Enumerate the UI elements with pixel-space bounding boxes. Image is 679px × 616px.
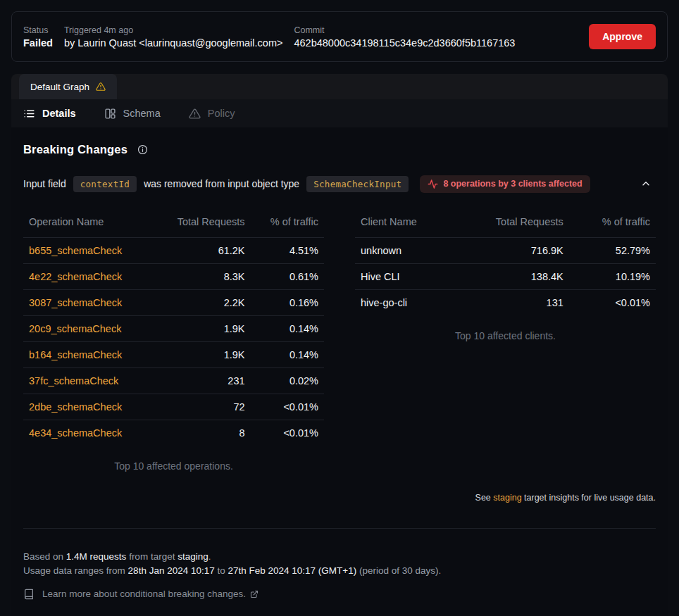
- table-row: 37fc_schemaCheck2310.02%: [23, 368, 324, 394]
- name-cell: 2dbe_schemaCheck: [23, 394, 153, 420]
- table-row: hive-go-cli131<0.01%: [355, 290, 656, 316]
- pulse-icon: [428, 179, 438, 189]
- info-icon[interactable]: [137, 144, 148, 155]
- name-cell: 20c9_schemaCheck: [23, 316, 153, 342]
- operations-table-block: Operation Name Total Requests % of traff…: [23, 213, 324, 476]
- column-header: % of traffic: [569, 213, 656, 238]
- column-header: Operation Name: [23, 213, 153, 238]
- field-code-pill[interactable]: contextId: [73, 176, 137, 192]
- table-row: 3087_schemaCheck2.2K0.16%: [23, 290, 324, 316]
- tab-default-graph[interactable]: Default Graph: [19, 74, 117, 99]
- tab-policy[interactable]: Policy: [189, 108, 235, 120]
- operation-link[interactable]: b164_schemaCheck: [29, 349, 122, 360]
- clients-table-block: Client Name Total Requests % of traffic …: [355, 213, 656, 346]
- type-code-pill[interactable]: SchemaCheckInput: [306, 176, 409, 192]
- triggered-label: Triggered 4m ago: [64, 25, 283, 35]
- usage-summary: Based on 1.4M requests from target stagi…: [23, 550, 656, 578]
- table-row: 4e22_schemaCheck8.3K0.61%: [23, 264, 324, 290]
- table-header-row: Operation Name Total Requests % of traff…: [23, 213, 324, 238]
- name-cell: 4e22_schemaCheck: [23, 264, 153, 290]
- affected-badge-label: 8 operations by 3 clients affected: [443, 179, 582, 189]
- column-header: % of traffic: [251, 213, 324, 238]
- target-name: staging: [177, 551, 208, 562]
- section-title-text: Breaking Changes: [23, 143, 127, 156]
- collapse-change-button[interactable]: [636, 174, 656, 194]
- chevron-up-icon: [640, 178, 652, 189]
- operation-link[interactable]: b655_schemaCheck: [29, 245, 122, 256]
- summary-text: from target: [129, 551, 175, 562]
- staging-target-link[interactable]: staging: [493, 493, 521, 503]
- details-content: Breaking Changes Input field contextId w…: [11, 127, 668, 616]
- range-start-date: 28th Jan 2024 10:17: [128, 565, 215, 576]
- change-text-middle: was removed from input object type: [144, 178, 299, 189]
- value-cell: 8.3K: [153, 264, 251, 290]
- graph-tab-strip: Default Graph: [11, 74, 668, 99]
- name-cell: Hive CLI: [355, 264, 454, 290]
- tab-schema[interactable]: Schema: [104, 108, 161, 120]
- value-cell: 0.14%: [251, 316, 324, 342]
- table-row: Hive CLI138.4K10.19%: [355, 264, 656, 290]
- triggered-author: by Laurin Quast <laurinquast@googlemail.…: [64, 37, 283, 49]
- summary-text: Based on: [23, 551, 63, 562]
- insights-note: See staging target insights for live usa…: [23, 493, 656, 503]
- value-cell: 131: [454, 290, 569, 316]
- operation-link[interactable]: 2dbe_schemaCheck: [29, 401, 122, 413]
- name-cell: 37fc_schemaCheck: [23, 368, 153, 394]
- column-header: Total Requests: [454, 213, 569, 238]
- status-value: Failed: [23, 37, 53, 49]
- status-label: Status: [23, 25, 53, 35]
- tab-details[interactable]: Details: [23, 108, 76, 120]
- table-row: b164_schemaCheck1.9K0.14%: [23, 342, 324, 368]
- tab-policy-label: Policy: [208, 108, 235, 119]
- commit-column: Commit 462b48000c34198115c34e9c2d3660f5b…: [294, 25, 515, 49]
- requests-count: 1.4M requests: [66, 551, 127, 562]
- table-row: b655_schemaCheck61.2K4.51%: [23, 238, 324, 264]
- learn-more-link[interactable]: Learn more about conditional breaking ch…: [42, 589, 258, 599]
- summary-text: .: [208, 551, 211, 562]
- operation-link[interactable]: 4e22_schemaCheck: [29, 271, 122, 282]
- name-cell: 4e34_schemaCheck: [23, 420, 153, 446]
- check-nav-tabs: Details Schema Policy: [11, 99, 668, 127]
- operation-link[interactable]: 3087_schemaCheck: [29, 297, 122, 308]
- operation-link[interactable]: 4e34_schemaCheck: [29, 427, 122, 439]
- value-cell: 8: [153, 420, 251, 446]
- name-cell: b655_schemaCheck: [23, 238, 153, 264]
- value-cell: 0.16%: [251, 290, 324, 316]
- operation-link[interactable]: 20c9_schemaCheck: [29, 323, 121, 334]
- learn-more-row: Learn more about conditional breaking ch…: [23, 589, 656, 600]
- value-cell: 716.9K: [454, 238, 569, 264]
- approve-button[interactable]: Approve: [589, 24, 656, 49]
- name-cell: unknown: [355, 238, 454, 264]
- operations-table: Operation Name Total Requests % of traff…: [23, 213, 324, 446]
- value-cell: 10.19%: [569, 264, 656, 290]
- breaking-change-item: Input field contextId was removed from i…: [23, 174, 656, 194]
- warning-triangle-icon: [96, 82, 106, 92]
- check-status-card: Status Failed Triggered 4m ago by Laurin…: [11, 11, 668, 62]
- usage-summary-line2: Usage data ranges from 28th Jan 2024 10:…: [23, 564, 656, 578]
- name-cell: hive-go-cli: [355, 290, 454, 316]
- value-cell: <0.01%: [251, 420, 324, 446]
- summary-text: (period of 30 days).: [359, 565, 441, 576]
- usage-tables: Operation Name Total Requests % of traff…: [23, 213, 656, 476]
- value-cell: 1.9K: [153, 342, 251, 368]
- clients-table-caption: Top 10 affected clients.: [355, 326, 656, 346]
- column-header: Total Requests: [153, 213, 251, 238]
- value-cell: 0.14%: [251, 342, 324, 368]
- operation-link[interactable]: 37fc_schemaCheck: [29, 375, 118, 386]
- insights-note-suffix: target insights for live usage data.: [524, 493, 656, 503]
- footer-divider: [23, 528, 656, 529]
- list-icon: [23, 108, 35, 120]
- column-header: Client Name: [355, 213, 454, 238]
- learn-more-label: Learn more about conditional breaking ch…: [42, 589, 246, 599]
- warning-triangle-icon: [189, 108, 201, 120]
- clients-table: Client Name Total Requests % of traffic …: [355, 213, 656, 316]
- affected-operations-badge[interactable]: 8 operations by 3 clients affected: [420, 175, 590, 193]
- book-icon: [23, 589, 35, 600]
- value-cell: <0.01%: [251, 394, 324, 420]
- table-header-row: Client Name Total Requests % of traffic: [355, 213, 656, 238]
- value-cell: <0.01%: [569, 290, 656, 316]
- insights-note-prefix: See: [475, 493, 491, 503]
- value-cell: 0.61%: [251, 264, 324, 290]
- range-end-date: 27th Feb 2024 10:17 (GMT+1): [228, 565, 357, 576]
- status-column: Status Failed: [23, 25, 53, 49]
